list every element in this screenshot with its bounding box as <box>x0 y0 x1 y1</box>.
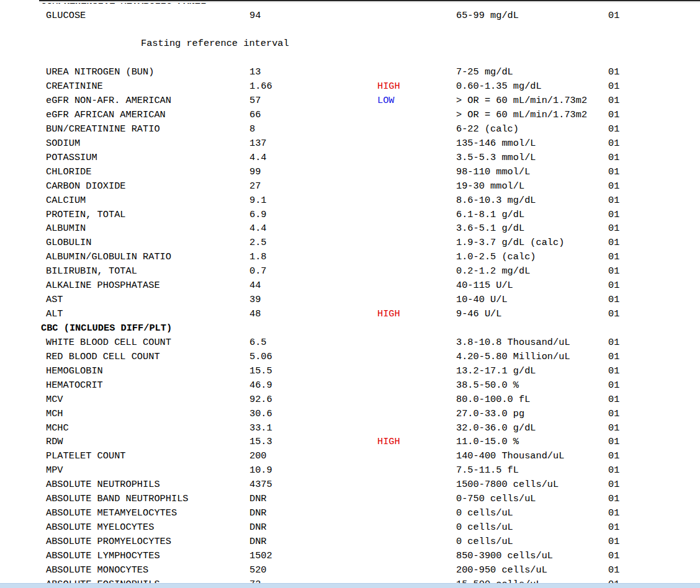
reference-range: 1.0-2.5 (calc) <box>456 250 536 264</box>
reference-range: 1.9-3.7 g/dL (calc) <box>456 236 564 250</box>
test-name: MCV <box>46 393 63 407</box>
result-value: 6.9 <box>249 208 267 222</box>
reference-range: 3.6-5.1 g/dL <box>456 221 524 236</box>
lab-code: 01 <box>608 151 619 165</box>
reference-range: 10-40 U/L <box>456 293 508 307</box>
lab-code: 01 <box>608 535 619 549</box>
test-name: GLUCOSE <box>46 9 86 23</box>
table-row: AST3910-40 U/L01 <box>0 293 700 307</box>
lab-code: 01 <box>608 364 619 378</box>
reference-range: 6.1-8.1 g/dL <box>456 208 524 222</box>
reference-range: 13.2-17.1 g/dL <box>456 364 536 378</box>
reference-range: 80.0-100.0 fL <box>456 393 530 407</box>
top-rule-shadow <box>39 1 700 3</box>
test-name: MCHC <box>46 421 69 435</box>
reference-range: 38.5-50.0 % <box>456 378 519 393</box>
reference-range: 3.8-10.8 Thousand/uL <box>456 336 570 350</box>
lab-code: 01 <box>608 122 619 136</box>
result-value: 1502 <box>249 549 272 563</box>
lab-code: 01 <box>608 336 619 350</box>
table-row: ABSOLUTE MONOCYTES520200-950 cells/uL01 <box>0 563 700 577</box>
test-name: ABSOLUTE METAMYELOCYTES <box>46 506 177 520</box>
result-value: 92.6 <box>249 393 272 407</box>
reference-range: 3.5-5.3 mmol/L <box>456 151 536 165</box>
result-value: 46.9 <box>249 378 272 393</box>
lab-code: 01 <box>608 393 619 407</box>
flag-high: HIGH <box>377 435 400 449</box>
table-row: MCHC33.132.0-36.0 g/dL01 <box>0 421 700 435</box>
test-name: PROTEIN, TOTAL <box>46 208 126 222</box>
table-row: CREATININE1.66HIGH0.60-1.35 mg/dL01 <box>0 79 700 94</box>
result-value: DNR <box>249 535 267 549</box>
note-row: Fasting reference interval <box>0 37 700 51</box>
result-value: DNR <box>249 506 267 520</box>
result-value: 4.4 <box>249 151 267 165</box>
test-name: MPV <box>46 463 63 478</box>
table-row: BUN/CREATININE RATIO86-22 (calc)01 <box>0 122 700 136</box>
result-value: 1.8 <box>249 250 267 264</box>
reference-range: 8.6-10.3 mg/dL <box>456 194 536 208</box>
bottom-bar <box>0 583 700 588</box>
table-row: ALKALINE PHOSPHATASE4440-115 U/L01 <box>0 278 700 293</box>
lab-code: 01 <box>608 492 619 506</box>
result-value: DNR <box>249 492 267 506</box>
table-row: ABSOLUTE BAND NEUTROPHILSDNR0-750 cells/… <box>0 492 700 506</box>
reference-range: 135-146 mmol/L <box>456 136 536 151</box>
lab-code: 01 <box>608 250 619 264</box>
reference-range: 7.5-11.5 fL <box>456 463 519 478</box>
result-value: 137 <box>249 136 267 151</box>
test-name: eGFR AFRICAN AMERICAN <box>46 108 166 122</box>
table-row: PLATELET COUNT200140-400 Thousand/uL01 <box>0 449 700 463</box>
lab-code: 01 <box>608 563 619 577</box>
table-row: ALBUMIN/GLOBULIN RATIO1.81.0-2.5 (calc)0… <box>0 250 700 264</box>
result-value: 66 <box>249 108 261 122</box>
test-name: SODIUM <box>46 136 80 151</box>
lab-code: 01 <box>608 520 619 535</box>
lab-code: 01 <box>608 350 619 364</box>
result-value: 10.9 <box>249 463 272 478</box>
reference-range: 0.2-1.2 mg/dL <box>456 264 530 278</box>
result-value: 1.66 <box>249 79 272 94</box>
result-value: DNR <box>249 520 267 535</box>
test-name: CHLORIDE <box>46 165 91 179</box>
table-row: HEMOGLOBIN15.513.2-17.1 g/dL01 <box>0 364 700 378</box>
reference-range: 11.0-15.0 % <box>456 435 519 449</box>
result-value: 6.5 <box>249 336 267 350</box>
result-value: 8 <box>249 122 255 136</box>
result-value: 57 <box>249 94 261 108</box>
test-name: ALBUMIN/GLOBULIN RATIO <box>46 250 171 264</box>
lab-code: 01 <box>608 221 619 236</box>
result-value: 27 <box>249 179 261 194</box>
lab-code: 01 <box>608 278 619 293</box>
test-name: ALBUMIN <box>46 221 86 236</box>
test-name: CREATININE <box>46 79 103 94</box>
reference-range: 0 cells/uL <box>456 506 513 520</box>
lab-code: 01 <box>608 407 619 421</box>
reference-range: 6-22 (calc) <box>456 122 519 136</box>
lab-report-document: COMPREHENSIVE METABOLIC PANELGLUCOSE9465… <box>0 0 700 588</box>
reference-range: 0.60-1.35 mg/dL <box>456 79 542 94</box>
table-row: MPV10.97.5-11.5 fL01 <box>0 463 700 478</box>
result-value: 15.5 <box>249 364 272 378</box>
table-row: BILIRUBIN, TOTAL0.70.2-1.2 mg/dL01 <box>0 264 700 278</box>
lab-code: 01 <box>608 165 619 179</box>
table-row: MCV92.680.0-100.0 fL01 <box>0 393 700 407</box>
table-row: ABSOLUTE NEUTROPHILS43751500-7800 cells/… <box>0 478 700 492</box>
section-header: CBC (INCLUDES DIFF/PLT) <box>41 321 172 336</box>
table-row: ABSOLUTE LYMPHOCYTES1502850-3900 cells/u… <box>0 549 700 563</box>
test-name: POTASSIUM <box>46 151 97 165</box>
test-name: HEMATOCRIT <box>46 378 103 393</box>
test-name: UREA NITROGEN (BUN) <box>46 65 154 79</box>
table-row: CARBON DIOXIDE2719-30 mmol/L01 <box>0 179 700 194</box>
lab-code: 01 <box>608 421 619 435</box>
table-row: SODIUM137135-146 mmol/L01 <box>0 136 700 151</box>
result-value: 15.3 <box>249 435 272 449</box>
table-row: UREA NITROGEN (BUN)137-25 mg/dL01 <box>0 65 700 79</box>
result-value: 0.7 <box>249 264 267 278</box>
result-value: 44 <box>249 278 261 293</box>
test-name: ABSOLUTE MONOCYTES <box>46 563 148 577</box>
reference-range: 27.0-33.0 pg <box>456 407 524 421</box>
test-name: eGFR NON-AFR. AMERICAN <box>46 94 171 108</box>
flag-high: HIGH <box>377 307 400 321</box>
test-name: ALT <box>46 307 63 321</box>
